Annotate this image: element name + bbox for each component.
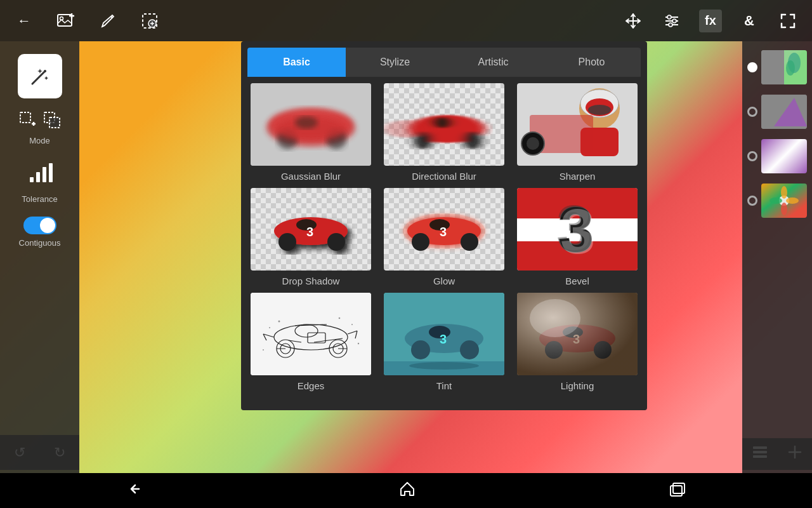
mode-section: Mode — [0, 111, 79, 145]
svg-point-97 — [358, 343, 359, 344]
svg-point-102 — [411, 340, 430, 359]
svg-point-11 — [667, 15, 671, 19]
layer-thumb-2 — [761, 95, 807, 129]
combine-button[interactable]: & — [738, 10, 761, 32]
adjustments-button[interactable] — [660, 10, 683, 32]
svg-point-94 — [269, 327, 270, 328]
effect-thumb-drop-shadow: 3 — [251, 188, 371, 271]
fullscreen-button[interactable] — [776, 10, 799, 32]
layer-item[interactable] — [742, 92, 812, 131]
svg-point-33 — [781, 203, 787, 215]
toolbar-left: ← — [13, 10, 161, 32]
svg-point-52 — [384, 120, 435, 138]
svg-point-98 — [263, 349, 264, 351]
contiguous-toggle[interactable] — [23, 217, 56, 234]
contiguous-section: Contiguous — [0, 217, 79, 248]
svg-rect-22 — [43, 167, 46, 182]
svg-rect-117 — [671, 486, 682, 496]
svg-point-107 — [409, 362, 479, 370]
layer-item[interactable] — [742, 48, 812, 87]
effect-gaussian-blur[interactable]: Gaussian Blur — [247, 83, 374, 182]
effect-thumb-edges — [251, 293, 371, 375]
selection-button[interactable] — [138, 10, 161, 32]
svg-text:3: 3 — [440, 332, 447, 346]
svg-point-27 — [786, 60, 795, 76]
svg-rect-15 — [20, 112, 30, 123]
android-recents-button[interactable] — [669, 481, 686, 500]
layer-item[interactable] — [742, 181, 812, 220]
layers-panel — [742, 41, 812, 473]
svg-point-60 — [527, 137, 539, 150]
tab-photo[interactable]: Photo — [542, 48, 641, 77]
effect-drop-shadow[interactable]: 3 Drop Shadow — [247, 188, 374, 286]
effect-lighting[interactable]: 3 Lighting — [514, 293, 641, 391]
effect-tint[interactable]: 3 Tint — [381, 293, 508, 391]
effect-sharpen[interactable]: Sharpen — [514, 83, 641, 182]
tab-basic[interactable]: Basic — [247, 48, 346, 77]
layer-radio-1[interactable] — [747, 62, 757, 72]
svg-point-96 — [351, 324, 353, 325]
magic-wand-tool[interactable] — [18, 54, 62, 98]
svg-point-13 — [669, 23, 672, 27]
move-button[interactable] — [622, 10, 645, 32]
svg-rect-116 — [673, 483, 684, 493]
top-toolbar: ← — [0, 0, 812, 41]
effect-edges[interactable]: Edges — [247, 293, 374, 391]
svg-point-99 — [339, 318, 341, 319]
layer-item[interactable] — [742, 137, 812, 176]
tab-stylize[interactable]: Stylize — [346, 48, 444, 77]
tolerance-icon — [26, 158, 54, 190]
svg-rect-19 — [49, 117, 60, 128]
contiguous-label: Contiguous — [19, 238, 61, 248]
add-selection-icon[interactable] — [19, 111, 37, 132]
effect-label-directional-blur: Directional Blur — [412, 171, 476, 182]
layer-radio-3[interactable] — [747, 151, 757, 161]
effect-thumb-sharpen — [517, 83, 638, 166]
layer-thumb-1 — [761, 50, 807, 84]
back-button[interactable]: ← — [13, 10, 36, 32]
svg-point-47 — [295, 116, 318, 129]
tab-artistic[interactable]: Artistic — [444, 48, 542, 77]
svg-point-69 — [461, 233, 478, 251]
svg-point-115 — [530, 299, 580, 337]
toggle-switch[interactable] — [23, 217, 56, 234]
svg-text:3: 3 — [440, 225, 447, 239]
effect-thumb-directional-blur — [384, 83, 504, 166]
svg-text:3: 3 — [306, 225, 313, 239]
add-photo-button[interactable] — [55, 10, 77, 32]
effects-tabs: Basic Stylize Artistic Photo — [247, 48, 641, 77]
svg-text:3: 3 — [560, 196, 596, 267]
android-back-button[interactable] — [126, 481, 145, 500]
svg-point-12 — [672, 19, 676, 23]
bottom-navigation — [0, 473, 812, 508]
svg-rect-21 — [36, 172, 40, 182]
layer-thumb-4 — [761, 184, 807, 218]
svg-point-103 — [460, 340, 479, 359]
effect-glow[interactable]: 3 Glow — [381, 188, 508, 286]
effect-label-lighting: Lighting — [561, 380, 594, 391]
toolbar-right: fx & — [622, 10, 799, 32]
svg-rect-24 — [761, 50, 784, 84]
tolerance-label: Tolerance — [22, 194, 57, 204]
mode-icons — [19, 111, 61, 132]
effect-bevel[interactable]: 3 3 3 Bevel — [514, 188, 641, 286]
effect-label-gaussian-blur: Gaussian Blur — [281, 171, 341, 182]
subtract-selection-icon[interactable] — [43, 111, 61, 132]
draw-button[interactable] — [96, 10, 119, 32]
effect-thumb-glow: 3 — [384, 188, 504, 271]
left-sidebar: Mode Tolerance Contiguous — [0, 41, 79, 473]
layer-radio-4[interactable] — [747, 196, 757, 206]
effects-grid: Gaussian Blur — [241, 77, 647, 398]
svg-point-51 — [432, 117, 452, 128]
svg-point-34 — [769, 197, 782, 204]
svg-rect-23 — [49, 163, 53, 182]
effect-thumb-lighting: 3 — [517, 293, 638, 375]
svg-point-63 — [327, 233, 345, 251]
mode-label: Mode — [29, 136, 50, 145]
layer-thumb-3 — [761, 139, 807, 173]
effect-directional-blur[interactable]: Directional Blur — [381, 83, 508, 182]
fx-button[interactable]: fx — [699, 10, 722, 32]
layer-radio-2[interactable] — [747, 107, 757, 117]
android-home-button[interactable] — [398, 480, 416, 502]
svg-point-68 — [412, 233, 429, 251]
